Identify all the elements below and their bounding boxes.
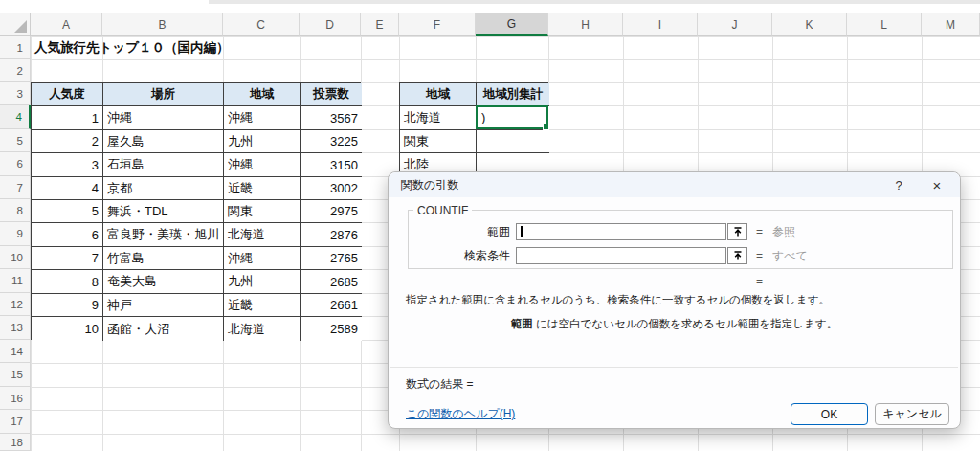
- table-cell[interactable]: 5: [32, 200, 103, 223]
- close-icon[interactable]: ×: [923, 172, 951, 197]
- table-cell[interactable]: 9: [32, 294, 103, 317]
- ok-button[interactable]: OK: [791, 403, 868, 425]
- column-header-C[interactable]: C: [223, 13, 300, 36]
- table-cell[interactable]: 近畿: [224, 177, 301, 200]
- collapse-dialog-icon[interactable]: [727, 223, 747, 240]
- table-cell[interactable]: 3150: [301, 153, 362, 177]
- sheet-title-cell[interactable]: 人気旅行先トップ１０（国内編）: [34, 36, 229, 59]
- row-header-6[interactable]: 6: [0, 152, 31, 176]
- table-cell[interactable]: 屋久島: [103, 130, 224, 153]
- column-header-J[interactable]: J: [698, 13, 772, 36]
- column-header-K[interactable]: K: [772, 13, 847, 36]
- table-cell[interactable]: 九州: [224, 270, 301, 294]
- table-cell[interactable]: 10: [32, 317, 103, 341]
- table-cell[interactable]: 4: [32, 177, 103, 200]
- row-header-7[interactable]: 7: [0, 176, 31, 199]
- column-header-F[interactable]: F: [399, 13, 476, 36]
- row-header-4[interactable]: 4: [0, 105, 31, 129]
- column-header-E[interactable]: E: [361, 13, 399, 36]
- table-cell[interactable]: 2685: [301, 270, 362, 294]
- select-all-triangle-icon: [14, 20, 27, 33]
- dialog-separator: [390, 367, 958, 368]
- column-header-L[interactable]: L: [847, 13, 922, 36]
- summary-table-header[interactable]: 地域: [400, 83, 477, 106]
- table-cell[interactable]: 1: [32, 106, 103, 130]
- table-cell[interactable]: 関東: [224, 200, 301, 223]
- table-cell[interactable]: 沖縄: [103, 106, 224, 130]
- table-cell[interactable]: 8: [32, 270, 103, 294]
- row-header-11[interactable]: 11: [0, 269, 31, 293]
- row-header-8[interactable]: 8: [0, 199, 31, 222]
- region-cell[interactable]: 北海道: [400, 106, 477, 130]
- row-header-1[interactable]: 1: [0, 36, 31, 59]
- range-input[interactable]: [516, 223, 726, 240]
- row-header-12[interactable]: 12: [0, 293, 31, 316]
- column-header-I[interactable]: I: [623, 13, 698, 36]
- fill-handle[interactable]: [543, 124, 549, 130]
- summary-table-header[interactable]: 地域別集計: [477, 83, 549, 106]
- table-cell[interactable]: 2: [32, 130, 103, 153]
- table-cell[interactable]: 奄美大島: [103, 270, 224, 294]
- function-help-link[interactable]: この関数のヘルプ(H): [406, 406, 515, 422]
- table-cell[interactable]: 2589: [301, 317, 362, 341]
- active-cell-text: ): [481, 110, 485, 124]
- excel-window: ABCDEFGHIJKLM 12345678910111213141516171…: [0, 0, 980, 451]
- table-cell[interactable]: 京都: [103, 177, 224, 200]
- table-cell[interactable]: 沖縄: [224, 153, 301, 177]
- select-all-corner[interactable]: [0, 13, 31, 36]
- table-cell[interactable]: 3: [32, 153, 103, 177]
- row-header-9[interactable]: 9: [0, 222, 31, 246]
- main-table-header[interactable]: 投票数: [301, 83, 362, 106]
- row-header-2[interactable]: 2: [0, 59, 31, 82]
- column-header-B[interactable]: B: [102, 13, 223, 36]
- dialog-titlebar[interactable]: [389, 172, 960, 197]
- table-cell[interactable]: 神戸: [103, 294, 224, 317]
- table-cell[interactable]: 3225: [301, 130, 362, 153]
- summary-value-cell[interactable]: [477, 130, 549, 153]
- main-table-header[interactable]: 場所: [103, 83, 224, 106]
- row-header-18[interactable]: 18: [0, 434, 31, 451]
- column-header-D[interactable]: D: [300, 13, 361, 36]
- dialog-help-icon[interactable]: ?: [884, 172, 913, 197]
- table-cell[interactable]: 北海道: [224, 223, 301, 247]
- criteria-input[interactable]: [516, 247, 726, 264]
- column-header-M[interactable]: M: [922, 13, 980, 36]
- table-cell[interactable]: 6: [32, 223, 103, 247]
- table-cell[interactable]: 7: [32, 247, 103, 270]
- text-caret: [521, 226, 523, 237]
- row-header-5[interactable]: 5: [0, 129, 31, 152]
- table-cell[interactable]: 2765: [301, 247, 362, 270]
- row-header-17[interactable]: 17: [0, 410, 31, 434]
- table-cell[interactable]: 九州: [224, 130, 301, 153]
- row-header-10[interactable]: 10: [0, 246, 31, 269]
- row-header-14[interactable]: 14: [0, 340, 31, 363]
- table-cell[interactable]: 3002: [301, 177, 362, 200]
- row-header-15[interactable]: 15: [0, 363, 31, 387]
- table-cell[interactable]: 富良野・美瑛・旭川: [103, 223, 224, 247]
- column-header-A[interactable]: A: [31, 13, 102, 36]
- main-table-header[interactable]: 人気度: [32, 83, 103, 106]
- column-header-G[interactable]: G: [476, 13, 548, 36]
- table-cell[interactable]: 沖縄: [224, 247, 301, 270]
- region-cell[interactable]: 関東: [400, 130, 477, 153]
- main-table-header[interactable]: 地域: [224, 83, 301, 106]
- dialog-title: 関数の引数: [401, 172, 458, 197]
- row-header-16[interactable]: 16: [0, 387, 31, 410]
- column-header-H[interactable]: H: [548, 13, 623, 36]
- table-cell[interactable]: 2876: [301, 223, 362, 247]
- table-cell[interactable]: 3567: [301, 106, 362, 130]
- active-cell-G4[interactable]: ): [476, 105, 548, 129]
- table-cell[interactable]: 沖縄: [224, 106, 301, 130]
- table-cell[interactable]: 舞浜・TDL: [103, 200, 224, 223]
- row-header-13[interactable]: 13: [0, 316, 31, 340]
- table-cell[interactable]: 石垣島: [103, 153, 224, 177]
- collapse-dialog-icon[interactable]: [727, 247, 747, 264]
- table-cell[interactable]: 北海道: [224, 317, 301, 341]
- table-cell[interactable]: 竹富島: [103, 247, 224, 270]
- row-header-3[interactable]: 3: [0, 82, 31, 105]
- cancel-button[interactable]: キャンセル: [875, 403, 949, 425]
- table-cell[interactable]: 2975: [301, 200, 362, 223]
- table-cell[interactable]: 近畿: [224, 294, 301, 317]
- table-cell[interactable]: 函館・大沼: [103, 317, 224, 341]
- table-cell[interactable]: 2661: [301, 294, 362, 317]
